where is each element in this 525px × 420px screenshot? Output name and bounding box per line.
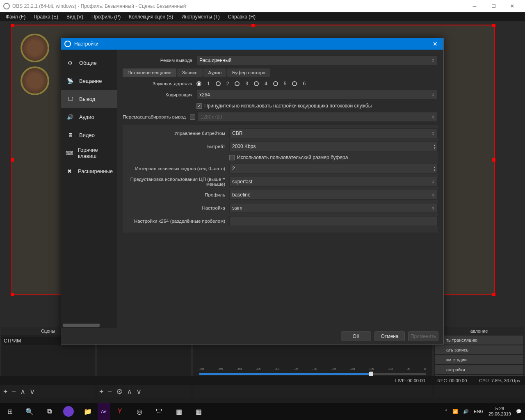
speaker-icon: 🔊 [65,112,75,122]
dialog-footer: ОК Отмена Применить [61,328,443,344]
menu-help[interactable]: Справка (H) [224,13,260,21]
taskbar-app-game[interactable]: 🛡 [149,403,169,420]
start-button[interactable]: ⊞ [0,403,20,420]
taskbar-app-2[interactable]: 📁 [78,403,98,420]
status-live: LIVE: 00:00:00 [395,378,425,383]
output-tabs: Потоковое вещание Запись Аудио Буфер пов… [123,68,438,77]
sidebar-item-hotkeys[interactable]: ⌨Горячие клавиш [61,144,117,162]
rate-control-label: Управление битрейтом [123,131,229,136]
taskbar-app-5[interactable]: ▦ [169,403,189,420]
scene-up-icon[interactable]: ∧ [20,387,25,396]
tab-audio[interactable]: Аудио [203,68,226,77]
menu-tools[interactable]: Инструменты (T) [177,13,224,21]
ok-button[interactable]: ОК [341,331,371,341]
menu-edit[interactable]: Правка (E) [30,13,62,21]
settings-content: Режим вывода Расширенный Потоковое вещан… [117,50,443,328]
dialog-close-button[interactable]: ✕ [430,41,440,47]
sidebar-item-stream[interactable]: 📡Вещание [61,72,117,90]
x264opts-input[interactable] [229,216,438,226]
tray-notifications-icon[interactable]: 💬 [516,409,522,414]
track-radio-5[interactable] [273,81,278,86]
monitor-icon: 🖥 [65,130,75,140]
tray-chevron-icon[interactable]: ˄ [445,409,447,414]
source-down-icon[interactable]: ∨ [136,387,142,396]
start-streaming-button[interactable]: ть трансляцию [435,336,523,345]
x264opts-label: Настройки x264 (разделённые пробелом) [123,219,229,224]
tray-wifi-icon[interactable]: 📶 [452,409,458,414]
track-radio-6[interactable] [292,81,297,86]
mixer-scale: -60-55-50-45-40-35-30-25-20-15-10-50 [199,367,426,371]
antenna-icon: 📡 [65,76,75,86]
status-cpu: CPU: 7.8%, 30.0 fps [479,378,520,383]
taskbar-app-yandex[interactable]: Y [110,403,130,420]
scene-down-icon[interactable]: ∨ [30,387,35,396]
search-icon[interactable]: 🔍 [20,403,39,420]
tray-language[interactable]: ENG [474,409,484,414]
cancel-button[interactable]: Отмена [374,331,405,341]
tune-label: Настройка [123,205,229,210]
maximize-button[interactable]: ☐ [484,0,503,12]
bitrate-input[interactable]: 2000 Kbps [229,142,438,151]
rescale-checkbox[interactable] [190,114,195,120]
output-icon: 🖵 [65,94,75,104]
output-mode-label: Режим вывода [123,58,196,63]
sidebar-item-video[interactable]: 🖥Видео [61,126,117,144]
sidebar-item-advanced[interactable]: ✖Расширенные [61,162,117,180]
gear-icon: ⚙ [65,58,75,68]
profile-select[interactable]: baseline [229,190,438,200]
source-gear-icon[interactable]: ⚙ [116,387,123,396]
tray-clock[interactable]: 5:26 29.06.2019 [488,406,511,417]
tray-volume-icon[interactable]: 🔊 [463,409,469,414]
menu-profile[interactable]: Профиль (P) [87,13,125,21]
preset-select[interactable]: superfast [229,177,438,187]
scene-add-icon[interactable]: + [3,388,8,396]
studio-mode-button[interactable]: км студии [435,355,523,364]
status-rec: REC: 00:00:00 [437,378,467,383]
track-radio-2[interactable] [216,81,221,86]
source-remove-icon[interactable]: − [108,388,112,396]
source-add-icon[interactable]: + [99,388,104,396]
menu-scene-collection[interactable]: Коллекция сцен (S) [125,13,177,21]
scene-remove-icon[interactable]: − [12,388,16,396]
tab-recording[interactable]: Запись [177,68,203,77]
tune-select[interactable]: ssim [229,203,438,213]
menu-bar: Файл (F) Правка (E) Вид (V) Профиль (P) … [0,12,525,21]
sidebar-item-audio[interactable]: 🔊Аудио [61,108,117,126]
output-mode-select[interactable]: Расширенный [196,55,438,65]
close-button[interactable]: ✕ [503,0,522,12]
taskbar-app-obs[interactable]: ◎ [130,403,149,420]
track-radio-4[interactable] [254,81,259,86]
keyint-label: Интервал ключевых кадров (сек, 0=авто) [123,166,229,171]
sidebar-item-general[interactable]: ⚙Общие [61,54,117,72]
sidebar-scrollbar[interactable] [63,324,100,327]
preset-label: Предустановка использования ЦП (выше = м… [123,177,229,187]
settings-sidebar: ⚙Общие 📡Вещание 🖵Вывод 🔊Аудио 🖥Видео ⌨Го… [61,50,117,328]
taskbar-app-ae[interactable]: Ae [98,403,110,420]
game-portrait-1 [21,34,49,62]
taskbar-app-1[interactable] [63,406,74,417]
task-view-icon[interactable]: ⧉ [39,403,59,420]
enforce-label: Принудительно использовать настройки код… [204,103,372,109]
custom-buffer-checkbox[interactable] [229,155,235,160]
window-titlebar: OBS 23.2.1 (64-bit, windows) - Профиль: … [0,0,525,12]
source-up-icon[interactable]: ∧ [127,387,132,396]
keyint-input[interactable]: 2 [229,164,438,173]
rate-control-select[interactable]: CBR [229,128,438,138]
encoder-select[interactable]: x264 [196,90,438,100]
menu-file[interactable]: Файл (F) [2,13,30,21]
track-radio-3[interactable] [235,81,240,86]
tab-streaming[interactable]: Потоковое вещание [123,68,176,77]
apply-button[interactable]: Применить [408,331,438,341]
enforce-checkbox[interactable]: ✓ [196,103,202,109]
track-radio-1[interactable] [196,81,201,86]
menu-view[interactable]: Вид (V) [62,13,87,21]
mixer-volume-slider[interactable] [199,373,426,375]
minimize-button[interactable]: ─ [465,0,484,12]
system-tray: ˄ 📶 🔊 ENG 5:26 29.06.2019 💬 [445,406,525,417]
game-portrait-2 [21,66,49,95]
settings-button[interactable]: астройки [435,365,523,374]
tab-replay-buffer[interactable]: Буфер повтора [227,68,270,77]
sidebar-item-output[interactable]: 🖵Вывод [61,90,117,108]
taskbar-app-6[interactable]: ▦ [189,403,208,420]
start-recording-button[interactable]: ать запись [435,345,523,354]
